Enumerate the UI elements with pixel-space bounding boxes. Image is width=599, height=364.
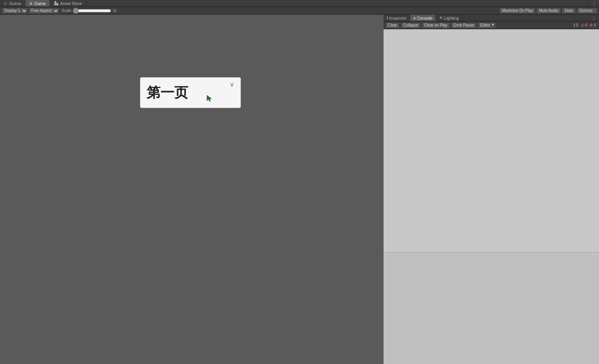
- error-icon: ⊗: [589, 23, 593, 28]
- scale-label: Scale: [62, 8, 71, 13]
- scale-slider[interactable]: [73, 9, 111, 13]
- gizmos-button[interactable]: Gizmos: [577, 8, 597, 14]
- tab-lighting-label: Lighting: [444, 16, 459, 20]
- console-toolbar: Clear Collapse Clear on Play Error Pause…: [384, 22, 599, 29]
- svg-marker-0: [207, 95, 212, 101]
- game-ui-card: 第一页 ∨: [140, 77, 241, 108]
- editor-dropdown-button[interactable]: Editor ▼: [477, 22, 496, 28]
- tab-asset-store-label: Asset Store: [60, 1, 82, 6]
- error-pause-button[interactable]: Error Pause: [451, 22, 477, 28]
- tab-inspector-label: Inspector: [389, 16, 407, 20]
- tab-console[interactable]: ≡ Console: [410, 15, 436, 21]
- tab-game-label: Game: [34, 1, 46, 6]
- tab-console-label: Console: [417, 16, 432, 20]
- tab-bar-spacer: [86, 0, 589, 7]
- drag-handle-scene: ⊞: [4, 2, 7, 5]
- clear-on-play-button[interactable]: Clear on Play: [422, 22, 450, 28]
- scale-value: 1x: [113, 8, 117, 13]
- right-tab-bar: ℹ Inspector ≡ Console ☀ Lighting ⋮: [384, 15, 599, 22]
- right-panel-options-button[interactable]: ⋮: [589, 15, 599, 21]
- main-layout: 第一页 ∨ ℹ Inspector ≡ Console ☀ Lighting: [0, 15, 599, 364]
- info-icon: ℹ: [574, 23, 575, 28]
- warning-count: 0: [585, 23, 587, 27]
- tab-game[interactable]: ◉ Game: [25, 0, 50, 7]
- mouse-cursor: [206, 95, 214, 102]
- tab-scene[interactable]: ⊞ Scene: [0, 0, 25, 7]
- left-tab-bar: ⊞ Scene ◉ Game 🏪 Asset Store ⋮: [0, 0, 599, 7]
- right-tab-spacer: [462, 15, 589, 21]
- game-viewport: 第一页 ∨: [0, 15, 384, 364]
- editor-dropdown-arrow: ▼: [491, 23, 494, 27]
- tab-asset-store[interactable]: 🏪 Asset Store: [50, 0, 86, 7]
- asset-store-icon: 🏪: [54, 1, 58, 5]
- tab-scene-label: Scene: [9, 1, 21, 6]
- info-badge[interactable]: ℹ 0: [574, 23, 578, 28]
- console-content-bottom: [384, 253, 599, 364]
- panel-options-button[interactable]: ⋮: [589, 0, 599, 7]
- card-text: 第一页: [147, 83, 188, 102]
- display-select[interactable]: Display 1: [2, 8, 28, 14]
- warning-badge[interactable]: ⚠ 0: [581, 23, 587, 28]
- tab-inspector[interactable]: ℹ Inspector: [384, 15, 410, 21]
- inspector-icon: ℹ: [387, 15, 388, 20]
- collapse-button[interactable]: Collapse: [400, 22, 421, 28]
- info-count: 0: [576, 23, 578, 27]
- console-content-top: [384, 29, 599, 252]
- error-badge[interactable]: ⊗ 0: [589, 23, 596, 28]
- game-tab-icon: ◉: [29, 1, 33, 5]
- maximize-on-play-button[interactable]: Maximize On Play: [499, 8, 536, 14]
- aspect-select[interactable]: Free Aspect: [28, 8, 59, 14]
- lighting-icon: ☀: [439, 15, 443, 20]
- error-count: 0: [594, 23, 596, 27]
- tab-lighting[interactable]: ☀ Lighting: [436, 15, 462, 21]
- card-chevron: ∨: [230, 81, 234, 88]
- game-toolbar: Display 1 Free Aspect Scale 1x Maximize …: [0, 7, 599, 15]
- warning-icon: ⚠: [581, 23, 584, 28]
- right-panel: ℹ Inspector ≡ Console ☀ Lighting ⋮ Clear…: [384, 15, 599, 364]
- console-icon: ≡: [413, 16, 415, 20]
- stats-button[interactable]: Stats: [562, 8, 576, 14]
- mute-audio-button[interactable]: Mute Audio: [536, 8, 561, 14]
- clear-button[interactable]: Clear: [385, 22, 400, 28]
